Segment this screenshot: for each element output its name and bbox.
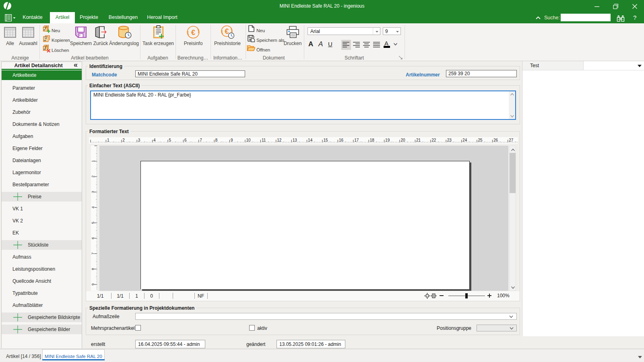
svg-text:21: 21 <box>416 138 421 142</box>
svg-text:9: 9 <box>231 138 233 142</box>
svg-text:20: 20 <box>401 138 406 142</box>
svg-text:17: 17 <box>354 138 359 142</box>
svg-text:5: 5 <box>91 222 95 224</box>
svg-text:15: 15 <box>324 138 328 142</box>
svg-text:4: 4 <box>91 206 95 208</box>
svg-text:11: 11 <box>262 138 266 142</box>
svg-text:6: 6 <box>91 237 95 239</box>
svg-text:8: 8 <box>91 268 95 270</box>
svg-text:1: 1 <box>91 160 95 162</box>
svg-text:27: 27 <box>509 138 514 142</box>
svg-text:3: 3 <box>91 191 95 193</box>
svg-text:8: 8 <box>215 138 218 142</box>
svg-text:2: 2 <box>122 138 125 142</box>
svg-text:25: 25 <box>478 138 483 142</box>
svg-text:16: 16 <box>339 138 344 142</box>
svg-text:€: € <box>225 27 229 35</box>
svg-text:23: 23 <box>447 138 452 142</box>
svg-text:13: 13 <box>293 138 297 142</box>
svg-text:€: € <box>191 29 195 37</box>
svg-text:24: 24 <box>462 138 467 142</box>
svg-text:3: 3 <box>138 138 140 142</box>
svg-text:5: 5 <box>169 138 171 142</box>
svg-text:18: 18 <box>370 138 375 142</box>
svg-text:4: 4 <box>153 138 156 142</box>
svg-text:1: 1 <box>107 138 109 142</box>
svg-text:9: 9 <box>91 283 95 285</box>
svg-text:22: 22 <box>431 138 436 142</box>
svg-text:26: 26 <box>493 138 498 142</box>
svg-text:2: 2 <box>91 175 95 177</box>
svg-text:7: 7 <box>91 253 95 255</box>
svg-text:7: 7 <box>200 138 202 142</box>
svg-text:12: 12 <box>277 138 282 142</box>
svg-text:6: 6 <box>184 138 187 142</box>
svg-text:19: 19 <box>385 138 390 142</box>
svg-text:14: 14 <box>308 138 313 142</box>
svg-text:10: 10 <box>246 138 251 142</box>
